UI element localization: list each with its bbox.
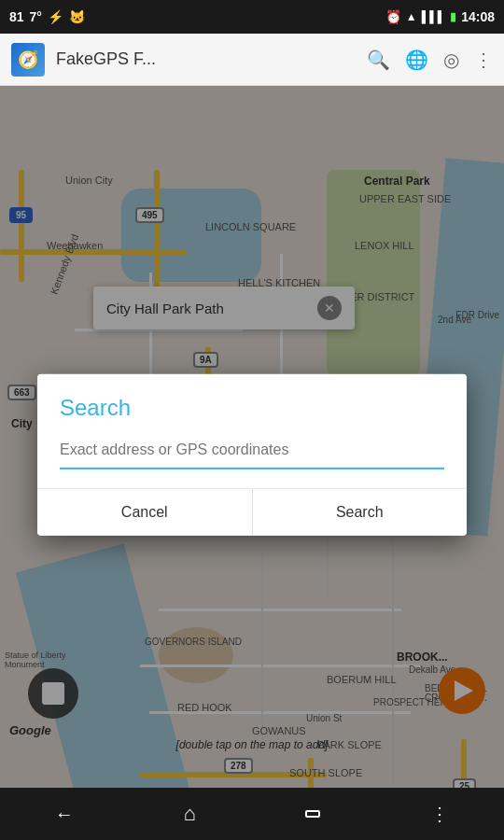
cat-icon: 🐱: [69, 9, 85, 24]
time-display: 14:08: [461, 9, 495, 24]
nav-overflow-icon: ⋮: [430, 803, 449, 825]
app-bar-actions: 🔍 🌐 ◎ ⋮: [367, 49, 493, 71]
battery-icon: ▮: [450, 10, 456, 23]
compass-icon: 🧭: [18, 49, 38, 70]
signal-icon: ▌▌▌: [422, 10, 446, 23]
nav-overflow-button[interactable]: ⋮: [430, 803, 449, 825]
wifi-icon: ▲: [406, 10, 417, 23]
search-dialog: Search Cancel Search: [37, 374, 467, 536]
map-container[interactable]: 95 495 495 9A 663 278 27 25 Union City L…: [0, 86, 504, 840]
battery-level: 81: [9, 9, 24, 24]
overflow-menu-icon[interactable]: ⋮: [474, 49, 493, 71]
bolt-icon: ⚡: [48, 9, 63, 24]
location-icon[interactable]: ◎: [443, 49, 459, 71]
recents-button[interactable]: [305, 810, 320, 818]
search-button[interactable]: Search: [253, 489, 468, 536]
search-appbar-icon[interactable]: 🔍: [367, 49, 390, 71]
back-icon: ←: [55, 804, 74, 825]
nav-bar: ← ⌂ ⋮: [0, 788, 504, 840]
cancel-button[interactable]: Cancel: [37, 489, 253, 536]
app-bar: 🧭 FakeGPS F... 🔍 🌐 ◎ ⋮: [0, 34, 504, 86]
recents-icon: [305, 810, 320, 818]
app-title: FakeGPS F...: [56, 49, 356, 69]
home-icon: ⌂: [184, 802, 196, 826]
alarm-icon: ⏰: [385, 9, 401, 24]
status-bar: 81 7° ⚡ 🐱 ⏰ ▲ ▌▌▌ ▮ 14:08: [0, 0, 504, 34]
back-button[interactable]: ←: [55, 804, 74, 825]
home-button[interactable]: ⌂: [184, 802, 196, 826]
search-input[interactable]: [60, 438, 444, 462]
temperature: 7°: [30, 9, 42, 24]
dialog-title: Search: [60, 395, 444, 421]
app-icon: 🧭: [11, 43, 45, 77]
globe-icon[interactable]: 🌐: [405, 49, 428, 71]
